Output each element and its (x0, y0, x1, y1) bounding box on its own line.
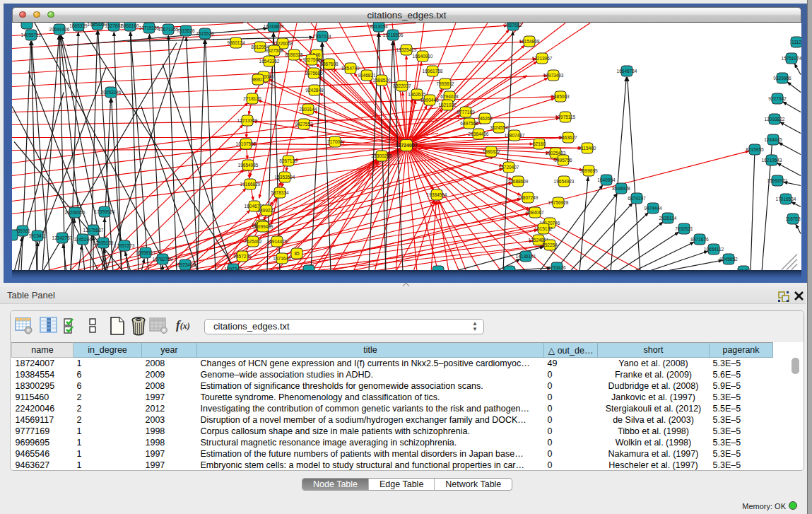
svg-text:10654112: 10654112 (704, 246, 724, 251)
svg-text:1092345: 1092345 (224, 266, 242, 270)
svg-text:20206556: 20206556 (65, 209, 86, 214)
svg-text:19384554: 19384554 (427, 192, 447, 197)
svg-text:2718126: 2718126 (243, 95, 261, 100)
svg-text:18724007: 18724007 (395, 142, 417, 147)
svg-text:1621022: 1621022 (438, 102, 457, 107)
svg-text:9115460: 9115460 (579, 145, 596, 150)
svg-text:7485063: 7485063 (551, 93, 570, 98)
svg-text:5878334: 5878334 (271, 189, 289, 194)
svg-text:12213967: 12213967 (532, 55, 553, 60)
svg-text:2803144: 2803144 (299, 106, 317, 111)
svg-text:9463627: 9463627 (559, 134, 577, 139)
svg-text:15692971: 15692971 (767, 177, 788, 182)
svg-text:8215955: 8215955 (746, 146, 764, 151)
svg-text:15751074: 15751074 (782, 55, 801, 60)
svg-text:10973493: 10973493 (543, 72, 564, 77)
svg-text:3499222: 3499222 (257, 207, 276, 212)
svg-text:25300215: 25300215 (372, 153, 392, 158)
svg-text:17957273: 17957273 (114, 243, 135, 247)
svg-text:116753: 116753 (785, 216, 801, 221)
svg-text:62160: 62160 (533, 141, 546, 146)
svg-text:1588520: 1588520 (372, 77, 391, 82)
svg-text:7986322: 7986322 (482, 148, 500, 153)
svg-text:16640910: 16640910 (413, 53, 433, 58)
svg-text:746266: 746266 (477, 115, 493, 120)
svg-text:9327508: 9327508 (265, 47, 283, 52)
svg-text:1362615: 1362615 (408, 91, 426, 96)
svg-text:1571644: 1571644 (273, 255, 291, 260)
svg-text:10807487: 10807487 (505, 132, 525, 137)
svg-text:9146821: 9146821 (358, 72, 376, 77)
svg-text:13325419: 13325419 (396, 47, 417, 52)
svg-text:1065329: 1065329 (69, 23, 88, 28)
svg-text:19218506: 19218506 (383, 32, 404, 37)
svg-text:9227342: 9227342 (768, 95, 787, 100)
svg-text:7357224: 7357224 (313, 33, 331, 38)
svg-text:10107553: 10107553 (236, 141, 257, 146)
svg-text:9084067: 9084067 (526, 209, 544, 214)
svg-text:15720407: 15720407 (499, 164, 519, 169)
svg-text:85: 85 (294, 250, 300, 255)
svg-text:20053346: 20053346 (101, 89, 122, 94)
svg-text:20691406: 20691406 (49, 26, 70, 31)
svg-text:1112: 1112 (792, 39, 801, 44)
svg-text:6497568: 6497568 (460, 120, 478, 125)
svg-text:8938928: 8938928 (612, 185, 630, 190)
svg-text:16033809: 16033809 (264, 23, 284, 28)
svg-text:7632621: 7632621 (675, 226, 693, 230)
svg-text:12505135: 12505135 (93, 240, 114, 245)
svg-text:19654985: 19654985 (238, 162, 259, 167)
svg-text:11923468: 11923468 (175, 262, 196, 267)
svg-text:14099489: 14099489 (253, 223, 273, 228)
svg-text:9699695: 9699695 (579, 168, 598, 173)
svg-text:9457271: 9457271 (233, 253, 252, 258)
svg-text:3875685: 3875685 (305, 70, 323, 75)
svg-text:17359924: 17359924 (95, 209, 115, 214)
svg-text:16914479: 16914479 (267, 238, 288, 243)
svg-text:252254: 252254 (542, 242, 558, 247)
svg-text:9860124: 9860124 (227, 40, 245, 45)
svg-text:1145194: 1145194 (74, 236, 92, 241)
svg-text:8186328: 8186328 (285, 52, 303, 57)
svg-text:2087682: 2087682 (504, 23, 522, 28)
svg-text:9327508: 9327508 (302, 57, 321, 62)
svg-text:16543362: 16543362 (259, 58, 280, 63)
svg-text:2935114: 2935114 (659, 215, 677, 220)
svg-text:12226058: 12226058 (273, 40, 293, 45)
svg-text:9242848: 9242848 (305, 87, 324, 92)
svg-text:19166829: 19166829 (240, 181, 261, 186)
svg-text:18807249: 18807249 (518, 194, 539, 199)
svg-text:9427552: 9427552 (295, 121, 313, 126)
svg-text:10025433: 10025433 (546, 150, 566, 155)
svg-text:7625402: 7625402 (244, 238, 262, 243)
svg-text:1640954: 1640954 (597, 177, 616, 182)
svg-text:8990448: 8990448 (420, 97, 439, 102)
svg-text:8267130: 8267130 (279, 158, 298, 163)
svg-text:12213369: 12213369 (237, 117, 258, 122)
svg-text:16210643: 16210643 (762, 157, 782, 162)
svg-text:9777169: 9777169 (457, 109, 475, 114)
svg-text:3915411: 3915411 (29, 233, 47, 238)
svg-text:15353594: 15353594 (275, 174, 295, 179)
svg-text:8322037: 8322037 (393, 83, 411, 88)
svg-text:16648784: 16648784 (617, 68, 637, 73)
svg-text:13975887: 13975887 (83, 227, 104, 232)
svg-text:7955812: 7955812 (436, 81, 454, 86)
svg-text:1733426: 1733426 (548, 264, 566, 269)
svg-text:9495756: 9495756 (554, 157, 572, 162)
svg-text:19756928: 19756928 (548, 199, 569, 204)
svg-text:1527602: 1527602 (105, 23, 123, 28)
svg-text:8471676: 8471676 (690, 236, 709, 241)
svg-text:1615132: 1615132 (534, 226, 553, 230)
svg-text:9245652: 9245652 (719, 256, 738, 261)
svg-text:10958117: 10958117 (136, 250, 156, 255)
svg-text:20364436: 20364436 (469, 131, 489, 136)
svg-text:9474444: 9474444 (644, 205, 662, 210)
svg-text:12975115: 12975115 (555, 114, 576, 119)
svg-text:1244415: 1244415 (764, 136, 782, 141)
svg-text:10671355: 10671355 (158, 26, 179, 31)
svg-text:98901: 98901 (252, 76, 264, 81)
svg-text:7515526: 7515526 (177, 28, 195, 33)
svg-text:7515526: 7515526 (196, 30, 214, 35)
svg-text:16782759: 16782759 (153, 256, 173, 261)
